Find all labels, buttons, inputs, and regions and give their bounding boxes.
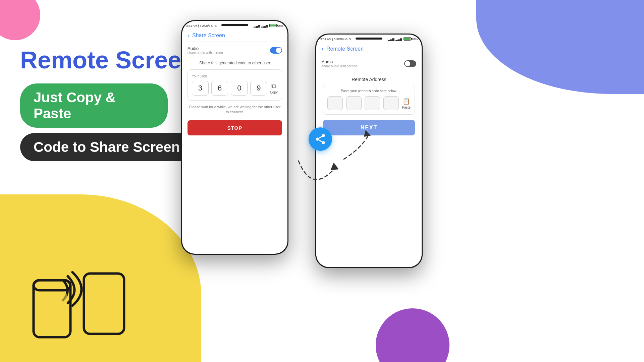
paste-label: Paste <box>402 106 411 109</box>
copy-button[interactable]: ⧉ Copy <box>270 82 278 94</box>
left-panel: Remote Screen Just Copy & Paste Code to … <box>20 47 208 161</box>
code-digit-2: 6 <box>211 81 228 96</box>
share-section: Share this generated code to other user … <box>182 57 287 254</box>
svg-rect-3 <box>37 294 67 330</box>
share-bubble <box>309 127 332 151</box>
toggle-thumb-right <box>405 61 410 66</box>
app-title: Remote Screen <box>20 47 208 73</box>
audio-row-right: Audio share audio with screen <box>316 55 422 71</box>
back-arrow-right[interactable]: ‹ <box>322 45 324 52</box>
toggle-thumb-left <box>276 48 281 53</box>
code-digits: 3 6 0 9 ⧉ Copy <box>192 81 278 96</box>
battery-percent-left: 98% <box>277 24 283 27</box>
audio-label-group-left: Audio share audio with screen <box>187 46 223 55</box>
signal-bars-left: ▂▄▆ ▂▄▆ <box>254 24 268 27</box>
code-digit-4: 9 <box>250 81 267 96</box>
share-title: Share this generated code to other user <box>187 61 282 65</box>
green-badge-text: Just Copy & Paste <box>34 89 116 121</box>
battery-percent-right: 98% <box>412 38 418 41</box>
copy-label: Copy <box>270 90 278 94</box>
code-digit-3: 0 <box>231 81 248 96</box>
paste-instruction: Paste your partner's code here below. <box>327 89 411 93</box>
wait-message: Please wait for a while, we are waiting … <box>187 105 282 115</box>
svg-rect-4 <box>87 287 121 327</box>
paste-digit-3 <box>365 96 380 110</box>
header-title-left: Share Screen <box>192 33 225 39</box>
app-header-right: ‹ Remote Screen <box>316 43 422 55</box>
audio-label-right: Audio <box>322 59 357 64</box>
blue-blob-decoration <box>476 0 644 94</box>
phone-screen-right: 3:31 AM | 0.3KB/s ⊙ S ▂▄▆ ▂▄▆ 98% ‹ Remo… <box>316 35 422 267</box>
status-icons-left: ▂▄▆ ▂▄▆ 98% <box>254 24 283 28</box>
svg-point-7 <box>322 141 325 144</box>
pink-circle-decoration <box>0 0 40 40</box>
next-button[interactable]: NEXT <box>323 120 415 135</box>
audio-label-group-right: Audio share audio with screen <box>322 59 357 68</box>
svg-point-5 <box>322 134 325 137</box>
audio-sublabel-left: share audio with screen <box>187 51 223 55</box>
paste-digits: 📋 Paste <box>327 96 411 110</box>
audio-toggle-left[interactable] <box>270 47 282 54</box>
wireless-illustration <box>27 253 141 349</box>
phone-screen-left: 3:31 AM | 3.2KB/s ⊙ S ▂▄▆ ▂▄▆ 98% ‹ Shar… <box>182 21 287 254</box>
svg-line-8 <box>319 140 322 142</box>
audio-sublabel-right: share audio with screen <box>322 64 357 68</box>
paste-digit-1 <box>327 96 343 110</box>
status-icons-right: ▂▄▆ ▂▄▆ 98% <box>388 37 418 41</box>
signal-bars-right: ▂▄▆ ▂▄▆ <box>388 38 402 41</box>
svg-point-6 <box>316 138 319 141</box>
paste-digit-4 <box>383 96 399 110</box>
code-box: Your Code 3 6 0 9 ⧉ Copy <box>187 69 282 101</box>
phone-right: 3:31 AM | 0.3KB/s ⊙ S ▂▄▆ ▂▄▆ 98% ‹ Remo… <box>315 34 423 268</box>
battery-indicator-right <box>403 37 411 41</box>
audio-toggle-right[interactable] <box>404 60 416 67</box>
svg-line-9 <box>319 136 322 138</box>
app-header-left: ‹ Share Screen <box>182 29 287 42</box>
phone-notch-left <box>221 24 248 26</box>
back-arrow-left[interactable]: ‹ <box>187 32 190 39</box>
code-digit-1: 3 <box>192 81 209 96</box>
paste-digit-2 <box>346 96 362 110</box>
purple-circle-decoration <box>376 308 449 362</box>
paste-icon: 📋 <box>402 98 410 105</box>
status-time-left: 3:31 AM | 3.2KB/s ⊙ S <box>186 24 217 27</box>
remote-address-section: Remote Address Paste your partner's code… <box>316 71 422 138</box>
phone-notch-right <box>356 38 382 40</box>
code-label: Your Code <box>192 74 278 78</box>
copy-icon: ⧉ <box>271 82 276 90</box>
remote-address-title: Remote Address <box>320 77 418 82</box>
audio-toggle-row-right: Audio share audio with screen <box>322 59 416 68</box>
audio-toggle-row-left: Audio share audio with screen <box>187 46 282 55</box>
audio-row-left: Audio share audio with screen <box>182 42 287 57</box>
stop-button[interactable]: STOP <box>187 120 282 135</box>
green-badge: Just Copy & Paste <box>20 83 168 128</box>
paste-box: Paste your partner's code here below. 📋 … <box>323 85 415 115</box>
status-time-right: 3:31 AM | 0.3KB/s ⊙ S <box>320 38 351 41</box>
paste-button[interactable]: 📋 Paste <box>402 98 411 109</box>
phone-left: 3:31 AM | 3.2KB/s ⊙ S ▂▄▆ ▂▄▆ 98% ‹ Shar… <box>181 20 288 255</box>
dark-badge: Code to Share Screen <box>20 133 208 161</box>
audio-label-left: Audio <box>187 46 223 51</box>
dark-badge-text: Code to Share Screen <box>34 139 180 155</box>
header-title-right: Remote Screen <box>326 46 364 52</box>
battery-indicator-left <box>269 24 277 28</box>
phones-container: 3:31 AM | 3.2KB/s ⊙ S ▂▄▆ ▂▄▆ 98% ‹ Shar… <box>181 20 423 268</box>
